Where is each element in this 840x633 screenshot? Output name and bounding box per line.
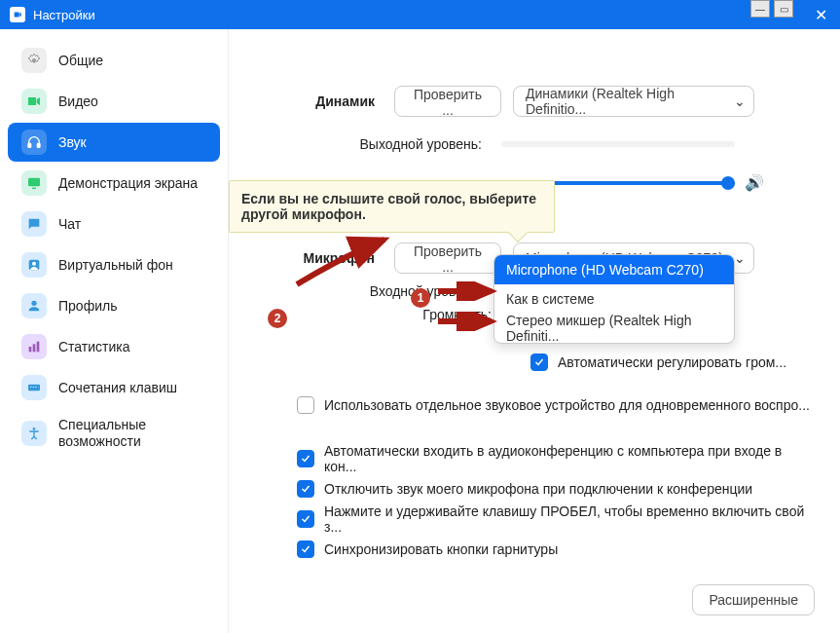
background-icon <box>21 252 47 278</box>
svg-point-13 <box>35 387 36 388</box>
sidebar-item-chat[interactable]: Чат <box>8 205 220 243</box>
close-button[interactable]: ✕ <box>801 0 840 29</box>
svg-point-11 <box>30 387 31 388</box>
svg-rect-3 <box>28 178 40 187</box>
speaker-volume-slider[interactable] <box>540 181 735 185</box>
microphone-label: Микрофон <box>258 250 394 266</box>
sidebar: Общие Видео Звук Демонстрация экрана Чат… <box>0 29 229 633</box>
sidebar-item-label: Чат <box>58 216 81 232</box>
input-level-label: Входной уровень: <box>258 283 501 299</box>
annotation-badge: 1 <box>411 288 430 308</box>
hint-tooltip: Если вы не слышите свой голос, выберите … <box>229 180 555 233</box>
headphones-icon <box>21 130 47 155</box>
sidebar-item-label: Сочетания клавиш <box>58 380 177 395</box>
gear-icon <box>21 48 47 73</box>
minimize-button[interactable]: — <box>750 0 770 18</box>
stats-icon <box>21 334 47 359</box>
push-to-talk-checkbox[interactable] <box>297 510 314 528</box>
sidebar-item-virtual-bg[interactable]: Виртуальный фон <box>8 245 220 284</box>
dropdown-option[interactable]: Стерео микшер (Realtek High Definiti... <box>494 314 734 343</box>
dropdown-option[interactable]: Microphone (HD Webcam C270) <box>494 255 734 284</box>
annotation-badge: 2 <box>268 309 287 328</box>
select-value: Динамики (Realtek High Definitio... <box>526 86 728 117</box>
svg-rect-7 <box>29 347 32 352</box>
advanced-button[interactable]: Расширенные <box>692 584 815 615</box>
svg-point-14 <box>33 428 36 430</box>
accessibility-icon <box>21 421 47 446</box>
keyboard-icon <box>21 375 47 400</box>
svg-rect-10 <box>28 385 40 391</box>
svg-point-6 <box>31 301 36 306</box>
sidebar-item-label: Демонстрация экрана <box>58 175 198 191</box>
chevron-down-icon: ⌄ <box>734 93 746 109</box>
checkbox-label: Нажмите и удерживайте клавишу ПРОБЕЛ, чт… <box>324 503 811 535</box>
output-level-meter <box>501 141 735 147</box>
sidebar-item-audio[interactable]: Звук <box>8 123 220 162</box>
svg-rect-8 <box>33 344 36 352</box>
svg-rect-1 <box>28 143 31 147</box>
chevron-down-icon: ⌄ <box>734 250 746 266</box>
window-title: Настройки <box>33 8 95 22</box>
share-screen-icon <box>21 170 47 196</box>
test-speaker-button[interactable]: Проверить ... <box>394 86 501 117</box>
titlebar: Настройки — ▭ ✕ <box>0 0 840 29</box>
auto-join-checkbox[interactable] <box>297 450 314 467</box>
maximize-button[interactable]: ▭ <box>774 0 793 18</box>
volume-label: Громкость: <box>258 307 501 322</box>
dropdown-option[interactable]: Как в системе <box>494 284 734 314</box>
svg-rect-2 <box>37 143 40 147</box>
sidebar-item-label: Виртуальный фон <box>58 257 173 273</box>
sidebar-item-statistics[interactable]: Статистика <box>8 327 220 366</box>
separate-device-checkbox[interactable] <box>297 396 314 414</box>
sidebar-item-label: Статистика <box>58 339 130 354</box>
sidebar-item-label: Общие <box>58 53 103 68</box>
auto-adjust-checkbox[interactable] <box>530 354 548 371</box>
checkbox-label: Отключить звук моего микрофона при подкл… <box>324 481 752 497</box>
svg-point-5 <box>32 262 36 266</box>
svg-rect-9 <box>37 342 40 353</box>
speaker-device-select[interactable]: Динамики (Realtek High Definitio... ⌄ <box>513 86 754 117</box>
sidebar-item-label: Видео <box>58 93 98 109</box>
sidebar-item-profile[interactable]: Профиль <box>8 286 220 325</box>
speaker-icon: 🔊 <box>745 173 764 192</box>
checkbox-label: Автоматически входить в аудиоконференцию… <box>324 443 811 474</box>
tooltip-text: Если вы не слышите свой голос, выберите … <box>241 191 536 222</box>
checkbox-label: Автоматически регулировать гром... <box>558 354 786 370</box>
sidebar-item-general[interactable]: Общие <box>8 41 220 80</box>
chat-icon <box>21 211 47 237</box>
sidebar-item-accessibility[interactable]: Специальные возможности <box>8 409 220 458</box>
mute-on-join-checkbox[interactable] <box>297 480 314 498</box>
main-panel: Динамик Проверить ... Динамики (Realtek … <box>229 29 840 633</box>
app-icon <box>10 7 25 22</box>
sidebar-item-shortcuts[interactable]: Сочетания клавиш <box>8 368 220 407</box>
video-icon <box>21 89 47 114</box>
mic-device-dropdown: Microphone (HD Webcam C270) Как в систем… <box>493 254 735 344</box>
sidebar-item-video[interactable]: Видео <box>8 82 220 121</box>
checkbox-label: Синхронизировать кнопки гарнитуры <box>324 541 558 557</box>
sidebar-item-label: Звук <box>58 134 87 150</box>
test-mic-button[interactable]: Проверить ... <box>394 242 501 274</box>
sidebar-item-share-screen[interactable]: Демонстрация экрана <box>8 164 220 203</box>
speaker-label: Динамик <box>258 93 394 109</box>
svg-point-12 <box>33 387 34 388</box>
sync-headset-checkbox[interactable] <box>297 540 314 558</box>
output-level-label: Выходной уровень: <box>258 136 501 152</box>
sidebar-item-label: Специальные возможности <box>58 417 206 450</box>
window-controls: — ▭ ✕ <box>749 0 840 29</box>
profile-icon <box>21 293 47 318</box>
sidebar-item-label: Профиль <box>58 298 117 314</box>
checkbox-label: Использовать отдельное звуковое устройст… <box>324 397 810 413</box>
